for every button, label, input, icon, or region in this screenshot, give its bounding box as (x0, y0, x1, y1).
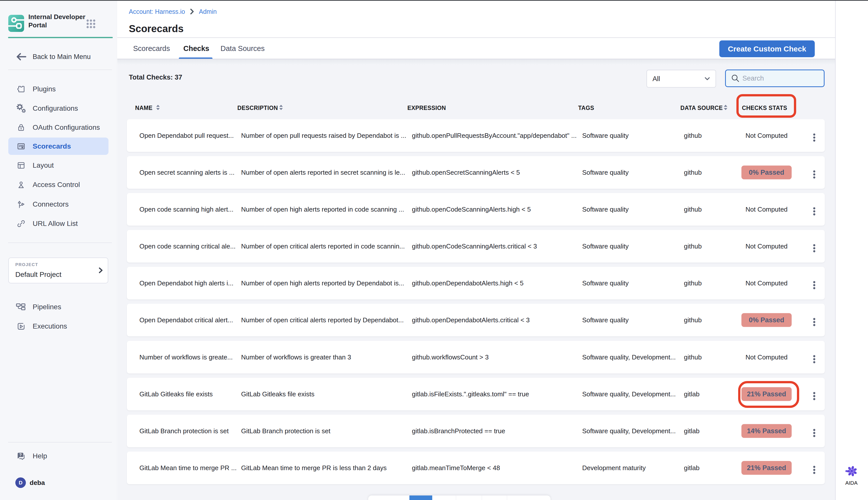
svg-text:?: ? (19, 453, 22, 457)
